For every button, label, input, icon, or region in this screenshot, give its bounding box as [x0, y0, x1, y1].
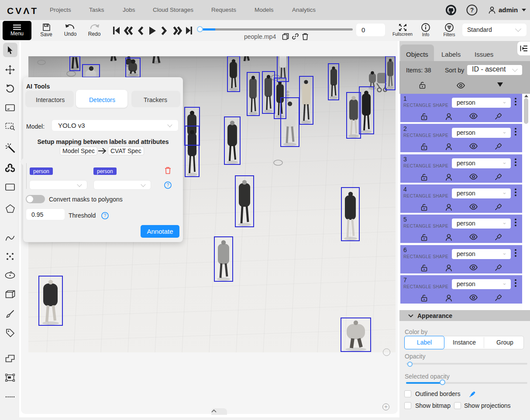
- svg-text:?: ?: [104, 213, 107, 218]
- svg-text:?: ?: [167, 182, 169, 188]
- svg-text:?: ?: [470, 7, 474, 14]
